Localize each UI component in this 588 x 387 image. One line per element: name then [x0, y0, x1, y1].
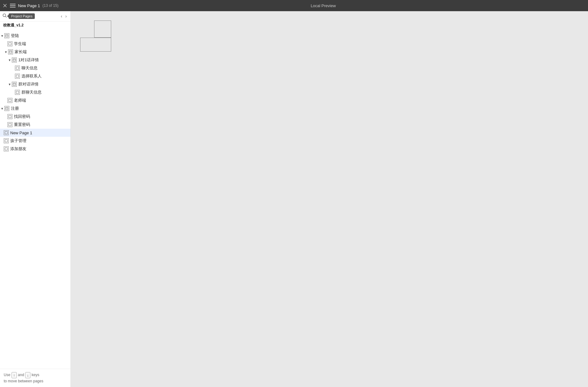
sidebar-item-label: 老师端 [14, 98, 26, 103]
sidebar-item-label: 登陆 [11, 33, 19, 39]
page-icon [4, 146, 9, 151]
svg-rect-7 [9, 51, 12, 53]
main-layout: Project Pages ‹ › 校教通_v1.2 ▼登陆学生端▼家长端▼1对… [0, 11, 588, 387]
svg-point-2 [3, 14, 6, 17]
project-label: 校教通_v1.2 [0, 21, 71, 30]
shape-top [94, 21, 111, 38]
key-down-badge: ↓ [25, 372, 31, 379]
svg-rect-21 [5, 131, 7, 134]
preview-area [71, 11, 588, 387]
sidebar: Project Pages ‹ › 校教通_v1.2 ▼登陆学生端▼家长端▼1对… [0, 11, 71, 387]
footer-keys-text: keys [32, 373, 39, 377]
page-icon [7, 98, 12, 103]
sidebar-item-label: 家长端 [15, 49, 27, 55]
sidebar-item-haizi[interactable]: 孩子管理 [0, 137, 71, 145]
svg-line-3 [6, 16, 7, 18]
sidebar-item-chongzhi[interactable]: 重置密码 [0, 121, 71, 129]
page-icon [7, 114, 12, 119]
svg-rect-22 [5, 140, 7, 142]
page-count: (13 of 15) [43, 3, 58, 8]
footer-and-text: and [18, 373, 24, 377]
svg-rect-11 [16, 67, 19, 69]
sidebar-footer: Use ↑ and ↓ keys to move between pages [0, 369, 71, 387]
section-icon [12, 58, 17, 62]
sidebar-item-label: 学生端 [14, 41, 26, 47]
page-icon [15, 90, 20, 95]
sidebar-item-1dui1[interactable]: ▼1对1话详情 [0, 56, 71, 64]
sidebar-item-jiazhangduan[interactable]: ▼家长端 [0, 48, 71, 56]
sidebar-item-newpage1[interactable]: New Page 1 [0, 129, 71, 137]
key-up-badge: ↑ [11, 372, 17, 379]
footer-move-text: to move between pages [4, 379, 43, 383]
preview-shape [80, 21, 111, 52]
close-button[interactable] [2, 3, 7, 8]
svg-rect-17 [6, 107, 8, 110]
top-bar: New Page 1 (13 of 15) Local Preview [0, 0, 588, 11]
page-icon [7, 122, 12, 127]
page-icon [15, 66, 20, 71]
svg-rect-13 [13, 83, 16, 85]
sidebar-item-denglu[interactable]: ▼登陆 [0, 32, 71, 40]
nav-next-button[interactable]: › [64, 13, 68, 19]
page-title: New Page 1 [18, 3, 40, 8]
sidebar-item-xueshengduan[interactable]: 学生端 [0, 40, 71, 48]
svg-rect-6 [9, 43, 11, 45]
section-icon [8, 49, 13, 54]
sidebar-item-label: 聊天信息 [21, 65, 38, 71]
svg-rect-19 [9, 115, 11, 118]
section-icon [4, 33, 9, 38]
shape-bottom [80, 38, 111, 52]
sidebar-item-laoshiduan[interactable]: 老师端 [0, 96, 71, 104]
svg-rect-4 [6, 35, 8, 37]
sidebar-item-label: 选择联系人 [21, 73, 42, 79]
svg-rect-15 [16, 91, 19, 94]
sidebar-item-zhuce[interactable]: ▼注册 [0, 104, 71, 113]
toggle-icon[interactable]: ▼ [0, 34, 4, 38]
toggle-icon[interactable]: ▼ [7, 58, 12, 62]
footer-use-text: Use [4, 373, 10, 377]
svg-rect-23 [5, 148, 7, 150]
page-icon [7, 41, 12, 46]
svg-rect-16 [9, 99, 11, 102]
sidebar-item-label: 注册 [11, 106, 19, 111]
menu-icon[interactable] [10, 4, 16, 7]
sidebar-item-label: 群聊天信息 [21, 90, 42, 95]
preview-label: Local Preview [61, 3, 586, 8]
sidebar-item-liaotianxinxi[interactable]: 聊天信息 [0, 64, 71, 72]
sidebar-tree: ▼登陆学生端▼家长端▼1对1话详情聊天信息选择联系人▼群对话详情群聊天信息老师端… [0, 30, 71, 369]
toggle-icon[interactable]: ▼ [4, 50, 8, 54]
sidebar-item-label: 重置密码 [14, 122, 30, 127]
sidebar-item-label: 找回密码 [14, 114, 30, 119]
sidebar-item-label: 群对话详情 [18, 81, 39, 87]
sidebar-header: Project Pages ‹ › [0, 11, 71, 21]
toggle-icon[interactable]: ▼ [7, 82, 12, 86]
section-icon [4, 106, 9, 111]
nav-buttons: ‹ › [60, 13, 68, 19]
sidebar-item-tianjiapyou[interactable]: 添加朋友 [0, 145, 71, 153]
search-icon[interactable] [2, 13, 7, 19]
sidebar-item-label: New Page 1 [10, 131, 32, 135]
sidebar-item-qunduitalk[interactable]: ▼群对话详情 [0, 80, 71, 88]
svg-rect-20 [9, 123, 11, 126]
sidebar-item-label: 添加朋友 [10, 146, 26, 152]
sidebar-item-xuanzeljr[interactable]: 选择联系人 [0, 72, 71, 80]
svg-rect-12 [16, 75, 19, 77]
sidebar-item-label: 1对1话详情 [18, 57, 39, 63]
toggle-icon[interactable]: ▼ [0, 106, 4, 111]
nav-prev-button[interactable]: ‹ [60, 13, 64, 19]
section-icon [12, 82, 17, 87]
svg-rect-9 [13, 59, 16, 61]
page-icon [4, 130, 9, 135]
sidebar-item-zhaohui[interactable]: 找回密码 [0, 113, 71, 121]
page-icon [4, 138, 9, 143]
project-pages-tooltip: Project Pages [9, 13, 35, 19]
sidebar-item-qunliaotian[interactable]: 群聊天信息 [0, 88, 71, 96]
sidebar-item-label: 孩子管理 [10, 138, 26, 144]
page-icon [15, 74, 20, 79]
